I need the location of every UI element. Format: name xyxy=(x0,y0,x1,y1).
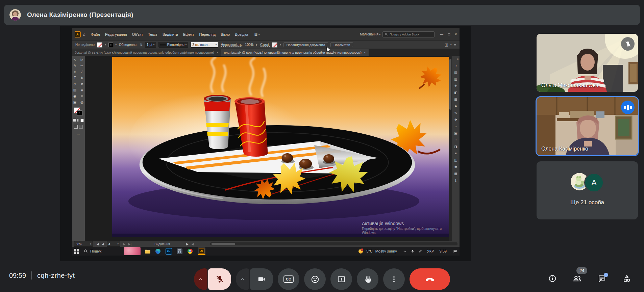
panel-icon[interactable]: ≡ xyxy=(455,152,457,155)
overflow-participants-tile[interactable]: A Ще 21 особа xyxy=(537,161,638,219)
panel-icon[interactable]: ❖ xyxy=(454,118,457,122)
artboard-canvas[interactable]: Активація Windows Перейдіть до розділу "… xyxy=(85,56,449,241)
panel-icon[interactable]: ▥ xyxy=(454,77,457,81)
vertical-scrollbar-thumb[interactable] xyxy=(449,59,451,110)
participant-tile-olena[interactable]: Олена Казіміренко xyxy=(537,97,638,155)
status-collapse-icon[interactable]: ◀ xyxy=(191,242,194,246)
raise-hand-button[interactable] xyxy=(357,268,378,290)
tool-icon[interactable]: ◈ xyxy=(81,88,83,92)
edge-browser-icon[interactable] xyxy=(155,248,161,254)
minimize-button[interactable]: — xyxy=(440,32,443,36)
panel-icon[interactable]: ▤ xyxy=(454,71,457,74)
photoshop-icon[interactable]: Ps xyxy=(166,248,172,255)
more-options-button[interactable] xyxy=(383,268,405,290)
panel-icon[interactable]: ◧ xyxy=(454,91,457,95)
stroke-profile-field[interactable]: Рівномірно ▾ xyxy=(158,42,188,48)
panel-icon[interactable]: ◫ xyxy=(454,158,457,162)
chevron-down-icon[interactable]: ▾ xyxy=(280,44,281,46)
home-icon[interactable]: ⌂ xyxy=(83,32,85,37)
activities-button[interactable] xyxy=(622,274,631,285)
style-swatch[interactable] xyxy=(272,42,277,48)
tool-icon[interactable]: ◇ xyxy=(74,82,76,86)
tool-icon[interactable]: ✳ xyxy=(80,94,83,98)
camera-options-button[interactable] xyxy=(236,268,249,290)
arrange-documents-icon[interactable]: ▦ ▾ xyxy=(254,32,260,36)
panel-toggle-icon[interactable]: ◫ xyxy=(445,43,448,47)
menu-item[interactable]: Виділити xyxy=(163,32,178,36)
none-icon[interactable] xyxy=(80,119,84,122)
more-tools-icon[interactable]: … xyxy=(77,132,80,136)
document-tab-plativka[interactable]: платівка.ai* @ 50% (RGB/Попередній перег… xyxy=(221,49,369,56)
panel-icon[interactable]: ▦ xyxy=(454,98,457,101)
taskbar-clock[interactable]: 9:59 xyxy=(440,249,447,253)
tray-pen-icon[interactable] xyxy=(418,249,422,253)
tray-expand-icon[interactable] xyxy=(403,250,407,253)
tool-icon[interactable]: ∕ xyxy=(82,70,82,74)
widgets-thumbnail[interactable] xyxy=(124,247,141,255)
horizontal-scrollbar-thumb[interactable] xyxy=(212,243,235,245)
reactions-button[interactable] xyxy=(304,268,326,290)
stroke-swatch[interactable] xyxy=(108,43,113,47)
calculator-icon[interactable] xyxy=(177,248,182,254)
camera-toggle-button[interactable] xyxy=(250,268,273,290)
chat-button[interactable] xyxy=(597,274,606,285)
stroke-stepper[interactable]: ⇅ xyxy=(140,43,143,47)
gradient-icon[interactable] xyxy=(77,119,79,122)
stroke-indicator[interactable] xyxy=(77,110,82,116)
close-button[interactable]: × xyxy=(455,32,457,36)
tool-icon[interactable]: ✎ xyxy=(73,64,76,68)
chevron-down-icon[interactable]: ▾ xyxy=(116,44,117,46)
options-menu-icon[interactable]: ≡ xyxy=(454,43,456,47)
draw-normal-icon[interactable] xyxy=(74,125,78,129)
workspace-switcher[interactable]: Малювання ▾ xyxy=(360,32,380,36)
leave-call-button[interactable] xyxy=(410,268,450,290)
language-indicator[interactable]: УКР xyxy=(427,249,434,253)
taskbar-search[interactable]: Пошук xyxy=(84,249,101,253)
tool-icon[interactable]: ◎ xyxy=(80,100,83,104)
draw-behind-icon[interactable] xyxy=(79,125,83,129)
opacity-value[interactable]: 100% xyxy=(245,43,254,47)
file-explorer-icon[interactable] xyxy=(145,248,150,254)
notification-center-icon[interactable] xyxy=(453,249,457,254)
tool-icon[interactable]: ▣ xyxy=(73,100,76,104)
panel-icon[interactable]: ◑ xyxy=(455,64,457,68)
stroke-weight-field[interactable]: 1 pt ▾ xyxy=(145,42,156,48)
present-screen-button[interactable] xyxy=(330,268,352,290)
panel-icon[interactable]: ✎ xyxy=(454,111,457,115)
first-artboard-icon[interactable]: |◀ xyxy=(96,242,99,246)
tool-icon[interactable]: ▷ xyxy=(81,58,83,61)
weather-icon[interactable] xyxy=(357,248,364,254)
maximize-button[interactable]: □ xyxy=(448,32,450,36)
menu-item[interactable]: Текст xyxy=(148,32,157,36)
panel-icon[interactable]: ◔ xyxy=(455,138,457,142)
previous-artboard-icon[interactable]: ◀ xyxy=(102,242,104,246)
participants-button[interactable]: 24 xyxy=(572,274,582,285)
tool-icon[interactable]: ✏ xyxy=(80,64,83,68)
artboard-number-field[interactable]: 4 ▾ xyxy=(107,241,120,247)
weather-condition[interactable]: Mostly sunny xyxy=(375,249,397,253)
panel-icon[interactable]: ◨ xyxy=(454,145,457,149)
chevron-down-icon[interactable]: ▾ xyxy=(450,44,452,46)
panel-icon[interactable]: ✱ xyxy=(454,165,457,169)
chevron-down-icon[interactable]: ▾ xyxy=(105,44,106,46)
panel-icon[interactable]: ℹ xyxy=(455,179,456,182)
opacity-chevron[interactable]: ▶ xyxy=(256,44,258,46)
mic-options-button[interactable] xyxy=(194,268,207,290)
tool-icon[interactable]: ▤ xyxy=(73,88,76,92)
fill-stroke-indicator[interactable] xyxy=(74,107,83,116)
document-setup-button[interactable]: Налаштування документа xyxy=(283,42,328,47)
panel-icon[interactable]: ✚ xyxy=(454,84,457,88)
menu-item[interactable]: Файл xyxy=(91,32,100,36)
menu-item[interactable]: Довідка xyxy=(235,32,248,36)
panel-icon[interactable]: A xyxy=(455,104,457,108)
last-artboard-icon[interactable]: ▶| xyxy=(128,242,131,246)
captions-button[interactable]: CC xyxy=(278,268,299,290)
horizontal-scrollbar[interactable] xyxy=(210,242,457,245)
tool-icon[interactable]: ◉ xyxy=(73,94,76,98)
next-artboard-icon[interactable]: ▶ xyxy=(123,242,125,246)
weather-temp[interactable]: 5°C xyxy=(366,249,372,253)
mic-toggle-button-muted[interactable] xyxy=(208,268,231,290)
vertical-scrollbar[interactable] xyxy=(449,56,452,241)
tool-icon[interactable]: T xyxy=(74,76,76,80)
color-icon[interactable] xyxy=(73,119,76,122)
